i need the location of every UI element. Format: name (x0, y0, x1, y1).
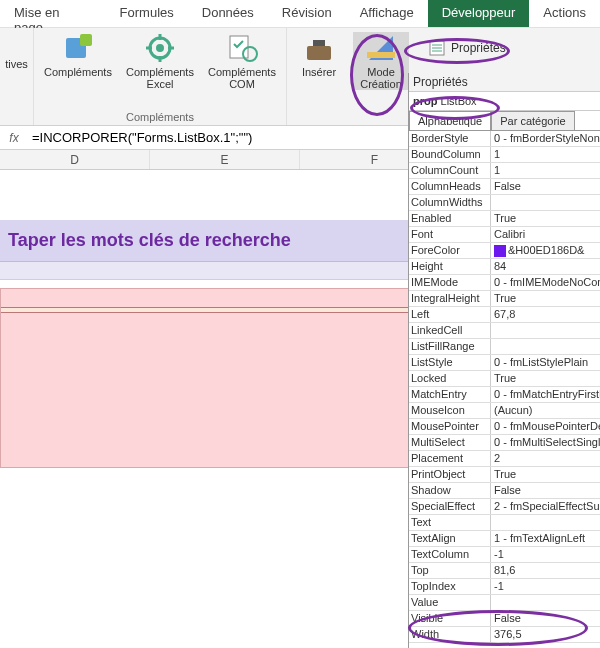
property-row[interactable]: Left67,8 (409, 307, 600, 323)
property-row[interactable]: VisibleFalse (409, 611, 600, 627)
property-value[interactable] (491, 323, 600, 338)
property-row[interactable]: ShadowFalse (409, 483, 600, 499)
property-row[interactable]: MultiSelect0 - fmMultiSelectSingle (409, 435, 600, 451)
tab-mise-en-page[interactable]: Mise en page (0, 0, 106, 27)
property-value[interactable]: True (491, 211, 600, 226)
property-row[interactable]: LockedTrue (409, 371, 600, 387)
properties-tab-alpha[interactable]: Alphabétique (409, 111, 491, 130)
property-value-text: 1 (494, 147, 500, 162)
property-row[interactable]: IntegralHeightTrue (409, 291, 600, 307)
property-value[interactable]: True (491, 467, 600, 482)
col-header-e[interactable]: E (150, 150, 300, 169)
properties-tab-category[interactable]: Par catégorie (491, 111, 574, 130)
tab-actions[interactable]: Actions (529, 0, 600, 27)
property-value[interactable]: False (491, 179, 600, 194)
property-row[interactable]: BorderStyle0 - fmBorderStyleNone (409, 131, 600, 147)
property-value[interactable]: 67,8 (491, 307, 600, 322)
property-row[interactable]: Width376,5 (409, 627, 600, 643)
mode-creation-button[interactable]: Mode Création (353, 32, 409, 90)
tab-developpeur[interactable]: Développeur (428, 0, 530, 27)
property-value[interactable]: Calibri (491, 227, 600, 242)
property-row[interactable]: MouseIcon(Aucun) (409, 403, 600, 419)
property-value-text: False (494, 483, 521, 498)
property-row[interactable]: Value (409, 595, 600, 611)
property-row[interactable]: TextColumn-1 (409, 547, 600, 563)
property-value[interactable]: 0 - fmMatchEntryFirstLetter (491, 387, 600, 402)
property-row[interactable]: Placement2 (409, 451, 600, 467)
property-value[interactable]: 84 (491, 259, 600, 274)
property-row[interactable]: TopIndex-1 (409, 579, 600, 595)
property-row[interactable]: LinkedCell (409, 323, 600, 339)
property-value[interactable]: -1 (491, 579, 600, 594)
property-name: IntegralHeight (409, 291, 491, 306)
property-row[interactable]: TextAlign1 - fmTextAlignLeft (409, 531, 600, 547)
tab-revision[interactable]: Révision (268, 0, 346, 27)
property-row[interactable]: BoundColumn1 (409, 147, 600, 163)
property-value[interactable] (491, 195, 600, 210)
property-row[interactable]: PrintObjectTrue (409, 467, 600, 483)
property-value[interactable]: 1 (491, 163, 600, 178)
property-row[interactable]: ForeColor&H00ED186D& (409, 243, 600, 259)
tab-donnees[interactable]: Données (188, 0, 268, 27)
properties-object-selector[interactable]: prop ListBox (409, 92, 600, 111)
proprietes-label: Propriétés (451, 41, 506, 55)
property-value[interactable]: 0 - fmListStylePlain (491, 355, 600, 370)
complements-excel-button[interactable]: Compléments Excel (124, 32, 196, 90)
property-row[interactable]: ColumnCount1 (409, 163, 600, 179)
property-value[interactable]: True (491, 371, 600, 386)
property-row[interactable]: ColumnHeadsFalse (409, 179, 600, 195)
property-name: ColumnWidths (409, 195, 491, 210)
property-row[interactable]: MousePointer0 - fmMousePointerDefault (409, 419, 600, 435)
proprietes-button[interactable]: Propriétés (423, 38, 512, 58)
property-value[interactable]: 2 - fmSpecialEffectSunken (491, 499, 600, 514)
ribbon-fragment-left: tives (0, 28, 34, 125)
property-value[interactable]: 0 - fmIMEModeNoControl (491, 275, 600, 290)
property-value[interactable] (491, 339, 600, 354)
property-value[interactable]: True (491, 291, 600, 306)
svg-rect-10 (307, 46, 331, 60)
col-header-d[interactable]: D (0, 150, 150, 169)
property-value[interactable]: 0 - fmMultiSelectSingle (491, 435, 600, 450)
property-row[interactable]: ColumnWidths (409, 195, 600, 211)
complements-button[interactable]: Compléments (42, 32, 114, 78)
property-value-text: True (494, 291, 516, 306)
property-name: ListStyle (409, 355, 491, 370)
property-row[interactable]: ListFillRange (409, 339, 600, 355)
property-value-text: True (494, 467, 516, 482)
property-name: TextAlign (409, 531, 491, 546)
property-value[interactable]: 81,6 (491, 563, 600, 578)
properties-caption: Propriétés (409, 73, 600, 92)
property-row[interactable]: EnabledTrue (409, 211, 600, 227)
property-value[interactable]: 0 - fmBorderStyleNone (491, 131, 600, 146)
property-value[interactable]: 1 - fmTextAlignLeft (491, 531, 600, 546)
property-value[interactable] (491, 595, 600, 610)
property-value[interactable]: 1 (491, 147, 600, 162)
property-row[interactable]: Text (409, 515, 600, 531)
property-name: MousePointer (409, 419, 491, 434)
tab-formules[interactable]: Formules (106, 0, 188, 27)
property-value[interactable] (491, 515, 600, 530)
ruler-triangle-icon (365, 32, 397, 64)
property-row[interactable]: ListStyle0 - fmListStylePlain (409, 355, 600, 371)
property-row[interactable]: SpecialEffect2 - fmSpecialEffectSunken (409, 499, 600, 515)
property-row[interactable]: Top81,6 (409, 563, 600, 579)
property-value[interactable]: 376,5 (491, 627, 600, 642)
property-row[interactable]: MatchEntry0 - fmMatchEntryFirstLetter (409, 387, 600, 403)
property-value[interactable]: False (491, 611, 600, 626)
fx-icon[interactable]: fx (0, 131, 28, 145)
property-row[interactable]: FontCalibri (409, 227, 600, 243)
tab-affichage[interactable]: Affichage (346, 0, 428, 27)
property-value[interactable]: 0 - fmMousePointerDefault (491, 419, 600, 434)
property-value[interactable]: -1 (491, 547, 600, 562)
property-value[interactable]: &H00ED186D& (491, 243, 600, 258)
properties-object-prefix: prop (413, 95, 437, 107)
complements-label: Compléments (44, 66, 112, 78)
property-value[interactable]: (Aucun) (491, 403, 600, 418)
property-value[interactable]: 2 (491, 451, 600, 466)
property-row[interactable]: Height84 (409, 259, 600, 275)
inserer-button[interactable]: Insérer (295, 32, 343, 78)
property-row[interactable]: IMEMode0 - fmIMEModeNoControl (409, 275, 600, 291)
property-value[interactable]: False (491, 483, 600, 498)
complements-excel-label: Compléments Excel (124, 66, 196, 90)
complements-com-button[interactable]: Compléments COM (206, 32, 278, 90)
